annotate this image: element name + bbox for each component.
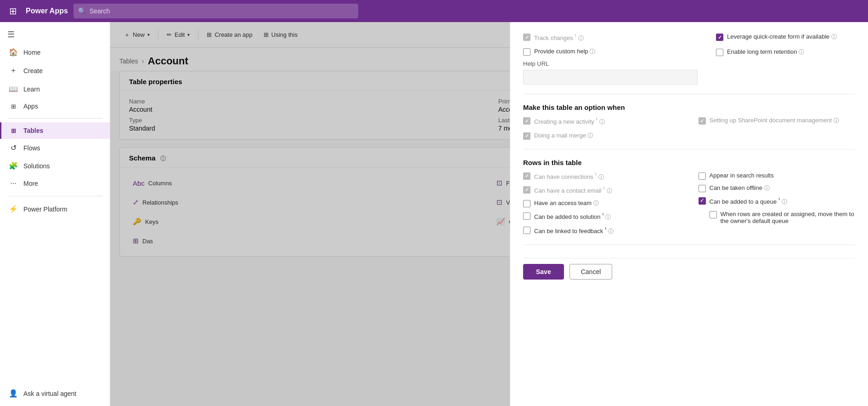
panel-left-col-1: ✓ Track changes ¹ ⓘ <box>523 33 698 85</box>
can-be-taken-offline-row[interactable]: Can be taken offline ⓘ <box>699 184 856 192</box>
sidebar-divider <box>7 118 102 119</box>
section2-left: ✓ Creating a new activity ¹ ⓘ ✓ <box>523 117 680 139</box>
section3-right: Appear in search results Can be taken of… <box>699 172 856 235</box>
taken-offline-info[interactable]: ⓘ <box>764 185 770 191</box>
appear-in-search-results-row[interactable]: Appear in search results <box>699 172 856 180</box>
contact-email-checkbox[interactable]: ✓ <box>523 186 530 194</box>
more-icon: ··· <box>9 179 18 188</box>
help-url-label: Help URL <box>523 60 698 67</box>
provide-custom-help-row[interactable]: Provide custom help ⓘ <box>523 48 698 56</box>
provide-custom-help-checkbox[interactable] <box>523 48 530 56</box>
track-changes-sup: ¹ <box>575 33 576 39</box>
sidebar-item-label: Create <box>23 67 43 74</box>
apps-icon: ⊞ <box>9 103 18 110</box>
when-rows-created-checkbox[interactable] <box>710 211 717 218</box>
linked-feedback-info[interactable]: ⓘ <box>608 228 614 234</box>
sidebar-divider-2 <box>7 196 102 196</box>
content-area: ＋ New ▾ ✏ Edit ▾ ⊞ Create an app ⊞ Using… <box>110 22 868 406</box>
search-placeholder: Search <box>90 7 110 15</box>
enable-long-term-info[interactable]: ⓘ <box>799 49 804 55</box>
sharepoint-info[interactable]: ⓘ <box>834 117 839 124</box>
added-to-solution-info[interactable]: ⓘ <box>605 214 611 221</box>
sidebar-bottom: 👤 Ask a virtual agent <box>0 384 110 402</box>
enable-long-term-row[interactable]: Enable long term retention ⓘ <box>716 48 855 56</box>
can-have-connections-row[interactable]: ✓ Can have connections ¹ ⓘ <box>523 172 680 181</box>
taken-offline-checkbox[interactable] <box>699 185 706 192</box>
save-button[interactable]: Save <box>523 264 564 280</box>
mail-merge-info[interactable]: ⓘ <box>587 132 593 139</box>
panel-right-col-1: ✓ Leverage quick-create form if availabl… <box>716 33 855 85</box>
sidebar-item-label: Solutions <box>23 162 50 170</box>
track-changes-info[interactable]: ⓘ <box>578 35 584 41</box>
when-rows-created-row[interactable]: When rows are created or assigned, move … <box>710 211 856 224</box>
added-to-solution-checkbox[interactable] <box>523 212 530 220</box>
sidebar-item-label: Tables <box>23 127 43 134</box>
section2-title: Make this table an option when <box>523 103 855 111</box>
creating-new-activity-checkbox[interactable]: ✓ <box>523 117 530 125</box>
top-bar: ⊞ Power Apps 🔍 Search <box>0 0 868 22</box>
leverage-quick-create-row[interactable]: ✓ Leverage quick-create form if availabl… <box>716 33 855 41</box>
tables-icon: ⊞ <box>9 127 18 134</box>
learn-icon: 📖 <box>9 85 18 93</box>
panel-section-3: Rows in this table ✓ Can have connection… <box>523 159 855 245</box>
sidebar-item-tables[interactable]: ⊞ Tables <box>0 122 110 139</box>
doing-mail-merge-row[interactable]: ✓ Doing a mail merge ⓘ <box>523 132 680 140</box>
section2-right: ✓ Setting up SharePoint document managem… <box>699 117 856 139</box>
sidebar-item-create[interactable]: ＋ Create <box>0 61 110 80</box>
can-be-added-to-queue-row[interactable]: ✓ Can be added to a queue ¹ ⓘ <box>699 197 856 206</box>
sidebar-item-label: Apps <box>23 103 38 110</box>
panel-section-1: ✓ Track changes ¹ ⓘ <box>523 33 855 94</box>
sidebar-item-solutions[interactable]: 🧩 Solutions <box>0 157 110 175</box>
linked-to-feedback-checkbox[interactable] <box>523 227 530 234</box>
setting-up-sharepoint-row[interactable]: ✓ Setting up SharePoint document managem… <box>699 117 856 125</box>
sidebar-item-label: Ask a virtual agent <box>23 390 76 397</box>
enable-long-term-checkbox[interactable] <box>716 49 723 56</box>
main-layout: ☰ 🏠 Home ＋ Create 📖 Learn ⊞ Apps ⊞ Table… <box>0 22 868 406</box>
leverage-quick-create-checkbox[interactable]: ✓ <box>716 34 723 41</box>
sidebar-item-label: Home <box>23 49 40 56</box>
search-icon: 🔍 <box>78 7 86 15</box>
sharepoint-checkbox[interactable]: ✓ <box>699 117 706 125</box>
sidebar-item-learn[interactable]: 📖 Learn <box>0 80 110 98</box>
doing-mail-merge-checkbox[interactable]: ✓ <box>523 132 530 140</box>
create-icon: ＋ <box>9 66 18 75</box>
panel-section-2: Make this table an option when ✓ Creatin… <box>523 103 855 149</box>
sidebar-item-apps[interactable]: ⊞ Apps <box>0 98 110 114</box>
virtual-agent-icon: 👤 <box>9 389 18 398</box>
contact-email-info[interactable]: ⓘ <box>607 188 612 194</box>
added-to-queue-checkbox[interactable]: ✓ <box>699 197 706 205</box>
sidebar-item-home[interactable]: 🏠 Home <box>0 43 110 61</box>
solutions-icon: 🧩 <box>9 161 18 170</box>
hamburger-icon[interactable]: ☰ <box>0 26 110 43</box>
creating-activity-info[interactable]: ⓘ <box>599 119 605 126</box>
track-changes-checkbox[interactable]: ✓ <box>523 34 530 41</box>
app-title: Power Apps <box>26 7 68 15</box>
can-have-connections-checkbox[interactable]: ✓ <box>523 172 530 180</box>
search-bar[interactable]: 🔍 Search <box>73 4 358 18</box>
access-team-checkbox[interactable] <box>523 200 530 207</box>
overlay-panel: ✓ Track changes ¹ ⓘ <box>510 22 868 406</box>
cancel-button[interactable]: Cancel <box>569 264 613 280</box>
provide-help-info[interactable]: ⓘ <box>590 48 595 55</box>
sidebar-item-more[interactable]: ··· More <box>0 175 110 192</box>
access-team-info[interactable]: ⓘ <box>593 200 599 206</box>
have-access-team-row[interactable]: Have an access team ⓘ <box>523 200 680 207</box>
leverage-info[interactable]: ⓘ <box>831 34 837 40</box>
sidebar-item-power-platform[interactable]: ⚡ Power Platform <box>0 200 110 218</box>
home-icon: 🏠 <box>9 48 18 57</box>
added-to-queue-info[interactable]: ⓘ <box>782 199 787 205</box>
creating-new-activity-row[interactable]: ✓ Creating a new activity ¹ ⓘ <box>523 117 680 126</box>
can-be-added-to-solution-row[interactable]: Can be added to solution ¹ ⓘ <box>523 212 680 221</box>
waffle-icon[interactable]: ⊞ <box>6 4 20 18</box>
help-url-input[interactable] <box>523 70 698 85</box>
appear-search-checkbox[interactable] <box>699 172 706 180</box>
sidebar-item-label: Flows <box>23 144 40 152</box>
sidebar-item-label: More <box>23 180 38 187</box>
sidebar-item-ask-virtual-agent[interactable]: 👤 Ask a virtual agent <box>0 384 110 402</box>
can-be-linked-to-feedback-row[interactable]: Can be linked to feedback ¹ ⓘ <box>523 226 680 235</box>
can-have-contact-email-row[interactable]: ✓ Can have a contact email ¹ ⓘ <box>523 186 680 195</box>
sidebar-item-flows[interactable]: ↺ Flows <box>0 139 110 157</box>
section3-left: ✓ Can have connections ¹ ⓘ ✓ <box>523 172 680 235</box>
connections-info[interactable]: ⓘ <box>598 174 604 180</box>
track-changes-row[interactable]: ✓ Track changes ¹ ⓘ <box>523 33 698 42</box>
